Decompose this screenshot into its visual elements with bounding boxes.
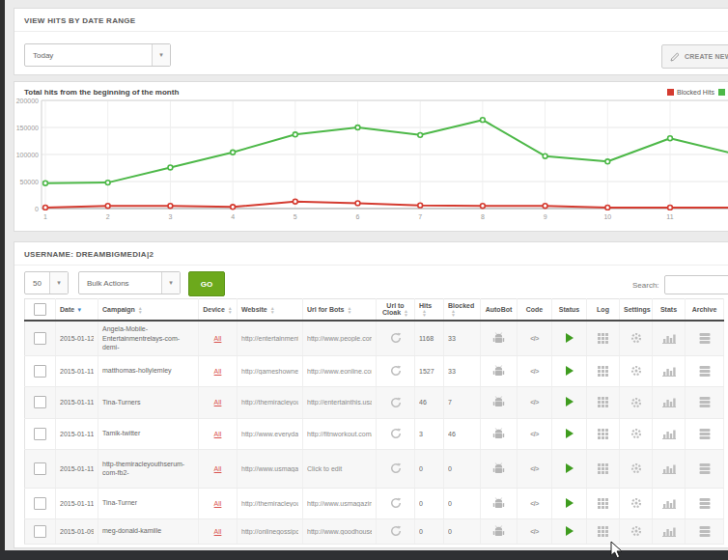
device-link[interactable]: All bbox=[214, 335, 222, 342]
stats-icon[interactable] bbox=[662, 333, 676, 344]
cell-text-hits: 0 bbox=[419, 528, 439, 535]
refresh-icon[interactable] bbox=[390, 365, 402, 377]
page-size-select[interactable]: 50 ▾ bbox=[24, 271, 69, 294]
cell-campaign: Angela-Mobile-Entertainmentrelays-com-de… bbox=[98, 321, 199, 355]
search-input[interactable] bbox=[664, 275, 728, 294]
android-icon[interactable] bbox=[492, 462, 505, 475]
gear-icon[interactable] bbox=[630, 428, 642, 439]
row-checkbox[interactable] bbox=[34, 497, 46, 510]
cell-url_for_bots: http://www.eonline.com/n... bbox=[303, 355, 377, 386]
cell-url_for_bots: Click to edit bbox=[303, 449, 377, 488]
column-header-hits[interactable]: Hits▲▼ bbox=[415, 299, 444, 322]
log-icon[interactable] bbox=[598, 333, 608, 344]
android-icon[interactable] bbox=[492, 428, 505, 440]
refresh-icon[interactable] bbox=[390, 497, 402, 509]
select-all-checkbox[interactable] bbox=[34, 303, 46, 316]
bulk-actions-select[interactable]: Bulk Actions ▾ bbox=[78, 271, 181, 294]
device-link[interactable]: All bbox=[214, 528, 222, 535]
device-link[interactable]: All bbox=[214, 399, 222, 406]
stats-icon[interactable] bbox=[662, 498, 676, 509]
code-icon[interactable]: </> bbox=[530, 528, 539, 535]
row-checkbox[interactable] bbox=[34, 428, 46, 440]
code-icon[interactable]: </> bbox=[530, 431, 539, 437]
cell-text-date: 2015-01-11 bbox=[60, 500, 94, 507]
log-icon[interactable] bbox=[598, 498, 608, 509]
log-icon[interactable] bbox=[598, 463, 608, 474]
row-checkbox[interactable] bbox=[34, 525, 46, 538]
date-range-select[interactable]: Today ▾ bbox=[24, 43, 171, 67]
play-icon[interactable] bbox=[566, 333, 574, 343]
play-icon[interactable] bbox=[566, 463, 574, 473]
data-point bbox=[43, 181, 48, 185]
cell-text-campaign: Angela-Mobile-Entertainmentrelays-com-de… bbox=[102, 325, 180, 350]
row-checkbox[interactable] bbox=[34, 462, 46, 475]
create-new-campaign-button[interactable]: CREATE NEW CAMPAIGN bbox=[661, 44, 728, 69]
log-icon[interactable] bbox=[598, 429, 608, 439]
gear-icon[interactable] bbox=[630, 497, 642, 509]
device-link[interactable]: All bbox=[214, 500, 222, 507]
column-header-blocked[interactable]: Blocked▲▼ bbox=[444, 299, 481, 322]
android-icon[interactable] bbox=[492, 497, 505, 510]
refresh-icon[interactable] bbox=[390, 332, 402, 344]
gear-icon[interactable] bbox=[630, 462, 642, 474]
column-header-url_to_cloak[interactable]: Url to Cloak▲▼ bbox=[377, 299, 415, 322]
play-icon[interactable] bbox=[566, 429, 574, 438]
go-button[interactable]: GO bbox=[188, 271, 225, 296]
archive-icon[interactable] bbox=[699, 366, 711, 377]
android-icon[interactable] bbox=[492, 525, 505, 538]
android-icon[interactable] bbox=[492, 396, 505, 408]
gear-icon[interactable] bbox=[630, 397, 642, 408]
gear-icon[interactable] bbox=[630, 525, 642, 537]
row-checkbox[interactable] bbox=[34, 365, 46, 378]
column-header-campaign[interactable]: Campaign▲▼ bbox=[98, 299, 199, 322]
cell-url_for_bots: http://www.people.com/ar... bbox=[303, 321, 377, 355]
device-link[interactable]: All bbox=[214, 465, 222, 472]
refresh-icon[interactable] bbox=[390, 462, 402, 474]
gear-icon[interactable] bbox=[630, 365, 642, 377]
stats-icon[interactable] bbox=[662, 526, 676, 537]
code-icon[interactable]: </> bbox=[530, 335, 539, 342]
row-checkbox[interactable] bbox=[34, 332, 46, 345]
archive-icon[interactable] bbox=[699, 498, 711, 509]
device-link[interactable]: All bbox=[214, 431, 222, 437]
refresh-icon[interactable] bbox=[390, 428, 402, 439]
svg-text:200000: 200000 bbox=[16, 98, 39, 104]
gear-icon[interactable] bbox=[630, 332, 642, 344]
device-link[interactable]: All bbox=[214, 368, 222, 375]
cell-blocked: 33 bbox=[444, 321, 481, 355]
cell-hits: 1527 bbox=[415, 355, 444, 386]
android-icon[interactable] bbox=[492, 332, 505, 345]
hits-line-chart: 050000100000150000200000123456789101112 bbox=[14, 96, 728, 229]
stats-icon[interactable] bbox=[662, 366, 676, 377]
log-icon[interactable] bbox=[598, 526, 608, 537]
cell-text-blocked: 0 bbox=[448, 528, 476, 535]
column-header-device[interactable]: Device▲▼ bbox=[199, 299, 238, 322]
archive-icon[interactable] bbox=[699, 526, 711, 537]
code-icon[interactable]: </> bbox=[530, 500, 539, 507]
code-icon[interactable]: </> bbox=[530, 465, 539, 472]
play-icon[interactable] bbox=[566, 498, 574, 508]
play-icon[interactable] bbox=[566, 366, 574, 376]
play-icon[interactable] bbox=[566, 397, 574, 406]
archive-icon[interactable] bbox=[699, 429, 711, 439]
row-checkbox[interactable] bbox=[34, 396, 46, 408]
svg-text:10: 10 bbox=[603, 213, 611, 220]
code-icon[interactable]: </> bbox=[530, 399, 539, 406]
refresh-icon[interactable] bbox=[390, 397, 402, 408]
column-header-url_for_bots[interactable]: Url for Bots▲▼ bbox=[303, 299, 377, 322]
cell-date: 2015-01-11 bbox=[56, 386, 98, 418]
android-icon[interactable] bbox=[492, 365, 505, 378]
archive-icon[interactable] bbox=[699, 397, 711, 407]
stats-icon[interactable] bbox=[662, 429, 676, 439]
stats-icon[interactable] bbox=[662, 397, 676, 407]
code-icon[interactable]: </> bbox=[530, 368, 539, 375]
column-header-date[interactable]: Date▼ bbox=[56, 299, 98, 322]
refresh-icon[interactable] bbox=[390, 525, 402, 537]
archive-icon[interactable] bbox=[699, 333, 711, 344]
play-icon[interactable] bbox=[566, 526, 574, 536]
log-icon[interactable] bbox=[598, 397, 608, 407]
log-icon[interactable] bbox=[598, 366, 608, 377]
column-header-website[interactable]: Website▲▼ bbox=[238, 299, 303, 322]
archive-icon[interactable] bbox=[699, 463, 711, 474]
stats-icon[interactable] bbox=[662, 463, 676, 474]
